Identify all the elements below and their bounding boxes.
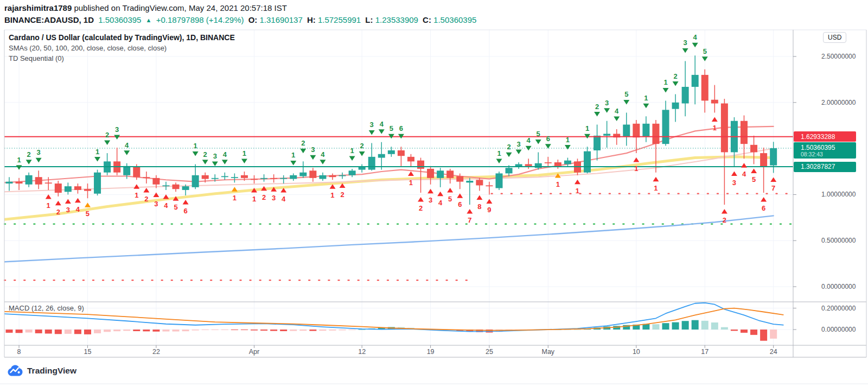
td-count-red: 1 — [135, 191, 138, 199]
legend-symbol-title[interactable]: Cardano / US Dollar (calculated by Tradi… — [9, 33, 235, 43]
td-count-red: 1 — [556, 180, 560, 188]
td-red-arrow-icon — [712, 117, 718, 122]
td-count-red: 7 — [771, 184, 775, 192]
time-axis-label: Apr — [249, 348, 259, 356]
td-red-arrow-icon — [575, 180, 580, 185]
macd-histogram-bar — [741, 330, 748, 333]
td-green-arrow-icon — [16, 165, 22, 170]
td-green-arrow-icon — [643, 104, 649, 109]
candle-body — [672, 103, 679, 109]
candle-body — [564, 161, 571, 164]
td-count-green: 1 — [663, 78, 667, 86]
macd-axis-label: 0.20000000 — [821, 305, 856, 312]
candle-body — [84, 189, 91, 191]
td-count-green: 6 — [399, 124, 403, 132]
symbol-status-line: BINANCE:ADAUSD, 1D 1.50360395 ▲ +0.18797… — [4, 15, 478, 24]
td-count-red: 3 — [732, 179, 736, 187]
close-value: 1.50360395 — [433, 15, 476, 24]
macd-histogram-bar — [182, 330, 189, 331]
td-green-arrow-icon — [104, 141, 110, 145]
macd-histogram-bar — [133, 330, 140, 331]
td-count-red: 1 — [252, 195, 256, 203]
td-green-arrow-icon — [369, 130, 375, 135]
td-count-green: 3 — [370, 121, 374, 129]
macd-histogram-bar — [319, 330, 326, 331]
td-count-red: 4 — [164, 201, 168, 210]
candle-body — [359, 167, 366, 170]
candle-body — [280, 178, 287, 179]
published-line: rajarshimitra1789 published on TradingVi… — [4, 3, 287, 12]
macd-histogram-bar — [104, 330, 111, 332]
price-axis-label: 0.00000000 — [821, 283, 856, 290]
candle-body — [35, 177, 42, 185]
td-count-red: 5 — [752, 175, 756, 183]
macd-histogram-bar — [65, 330, 72, 334]
macd-histogram-bar — [682, 321, 689, 330]
td-green-arrow-icon — [506, 153, 512, 157]
td-red-arrow-icon — [447, 188, 453, 193]
candle-body — [212, 178, 219, 179]
time-axis-label: 8 — [17, 348, 21, 356]
td-red-arrow-icon — [55, 201, 61, 206]
time-axis-label: May — [541, 348, 554, 356]
td-green-arrow-icon — [545, 144, 551, 149]
macd-histogram-bar — [212, 330, 219, 330]
td-count-green: 2 — [203, 150, 207, 159]
td-red-arrow-icon — [46, 194, 52, 199]
candle-body — [554, 162, 561, 166]
open-label: O: — [248, 15, 258, 24]
candle-body — [545, 162, 552, 163]
td-green-arrow-icon — [300, 149, 306, 154]
td-green-arrow-icon — [202, 160, 208, 164]
td-count-red: 4 — [76, 205, 80, 213]
macd-histogram-bar — [760, 330, 767, 341]
sma-200-line — [4, 216, 774, 262]
td-count-green: 3 — [311, 145, 315, 154]
candle-body — [221, 176, 228, 177]
tradingview-brand-text: TradingView — [27, 366, 76, 376]
td-green-arrow-icon — [94, 157, 100, 162]
td-count-green: 3 — [684, 39, 687, 47]
td-red-arrow-icon — [427, 189, 433, 194]
td-count-green: 2 — [301, 139, 305, 147]
macd-histogram-bar — [692, 320, 699, 330]
legend-smas-row[interactable]: SMAs (20, 50, 100, 200, close, close, cl… — [9, 43, 235, 53]
td-count-green: 1 — [585, 124, 589, 132]
td-count-green: 4 — [615, 107, 619, 115]
td-green-arrow-icon — [212, 162, 218, 167]
td-count-green: 1 — [497, 149, 501, 157]
candle-body — [456, 176, 463, 181]
td-count-green: 3 — [37, 148, 41, 156]
symbol-name[interactable]: BINANCE:ADAUSD, 1D — [4, 15, 94, 24]
td-green-arrow-icon — [516, 150, 522, 155]
close-label: C: — [423, 15, 431, 24]
macd-histogram-bar — [202, 330, 209, 330]
macd-histogram-bar — [251, 330, 258, 331]
macd-histogram-bar — [309, 330, 316, 331]
td-count-green: 4 — [125, 141, 129, 149]
candle-body — [173, 185, 180, 189]
price-change: +0.18797898 (+14.29%) — [156, 15, 244, 24]
td-count-red: 6 — [183, 207, 187, 215]
td-count-red: 2 — [56, 208, 60, 216]
legend-td-sequential-row[interactable]: TD Sequential (0) — [9, 53, 235, 64]
macd-histogram-bar — [290, 330, 297, 331]
currency-toggle-button[interactable]: USD — [823, 32, 846, 43]
tradingview-brand[interactable]: TradingView — [8, 365, 76, 376]
macd-histogram-bar — [349, 330, 356, 330]
td-count-green: 3 — [213, 152, 217, 160]
td-count-red: 5 — [448, 195, 452, 203]
td-count-green: 4 — [223, 150, 227, 159]
td-green-arrow-icon — [594, 112, 600, 117]
td-count-green: 4 — [527, 136, 531, 144]
macd-histogram-bar — [270, 330, 277, 331]
td-count-green: 1 — [242, 149, 246, 157]
macd-legend[interactable]: MACD (12, 26, close, 9) — [9, 304, 84, 312]
candle-body — [182, 186, 189, 190]
td-count-red: 5 — [174, 203, 177, 211]
td-red-arrow-icon — [75, 198, 81, 203]
td-red-arrow-icon — [437, 192, 443, 197]
td-dotted-lines — [4, 194, 792, 280]
td-count-green: 5 — [703, 47, 707, 55]
td-count-red: 1 — [409, 179, 413, 187]
